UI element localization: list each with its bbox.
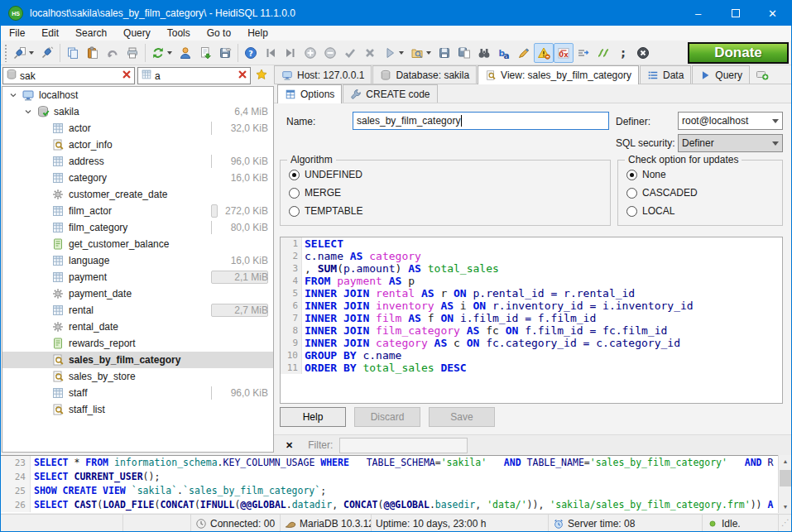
radio-local[interactable]: LOCAL xyxy=(626,205,674,217)
radio-icon[interactable] xyxy=(289,188,300,199)
tree-item-actor_info[interactable]: actor_info xyxy=(2,137,273,153)
view-body-editor[interactable]: 1SELECT2c.name AS category3, SUM(p.amoun… xyxy=(280,237,783,404)
maximize-button[interactable] xyxy=(717,1,754,26)
dropdown-arrow-icon[interactable] xyxy=(167,51,172,55)
find-text-button[interactable] xyxy=(474,43,494,63)
filter-input[interactable] xyxy=(339,438,468,453)
radio-temptable[interactable]: TEMPTABLE xyxy=(289,205,362,217)
tree-item-localhost[interactable]: localhost xyxy=(2,87,273,103)
reconnect-button[interactable] xyxy=(593,43,613,63)
load-sql-file-button[interactable] xyxy=(407,43,434,63)
subtab-options[interactable]: Options xyxy=(277,84,342,103)
help-button[interactable]: Help xyxy=(280,407,346,427)
log-scrollbar[interactable]: ▲ ▼ xyxy=(778,455,791,513)
resize-grip[interactable]: ⋰ xyxy=(781,518,790,527)
name-input[interactable]: sales_by_film_category xyxy=(353,112,609,130)
user-manager-button[interactable] xyxy=(175,43,195,63)
tab-view[interactable]: View: sales_by_film_category xyxy=(478,65,639,84)
close-filter-icon[interactable]: ✕ xyxy=(286,440,293,451)
tree-item-staff_list[interactable]: staff_list xyxy=(2,401,273,418)
toolbar-grip[interactable] xyxy=(4,44,8,62)
tree-item-customer_create_date[interactable]: customer_create_date xyxy=(2,186,273,203)
radio-icon[interactable] xyxy=(626,170,637,180)
clear-filter-icon[interactable] xyxy=(237,69,248,83)
cancel-editing-button[interactable] xyxy=(360,43,380,63)
menu-edit[interactable]: Edit xyxy=(33,26,67,41)
tree-item-payment[interactable]: payment2,1 MiB xyxy=(2,269,273,285)
cancel-query-button[interactable] xyxy=(633,43,653,63)
table-filter[interactable]: a xyxy=(137,67,251,84)
last-row-button[interactable] xyxy=(281,43,300,63)
tree-item-category[interactable]: category16,0 KiB xyxy=(2,170,273,186)
tab-data[interactable]: Data xyxy=(640,65,691,84)
paste-button[interactable] xyxy=(83,43,103,63)
tree-item-sales_by_film_category[interactable]: sales_by_film_category xyxy=(2,352,273,368)
reformat-sql-button[interactable] xyxy=(514,43,534,63)
radio-cascaded[interactable]: CASCADED xyxy=(626,187,698,199)
radio-icon[interactable] xyxy=(289,170,300,180)
tab-database[interactable]: Database: sakila xyxy=(372,65,477,84)
first-row-button[interactable] xyxy=(261,43,281,63)
tree-item-get_customer_balance[interactable]: get_customer_balance xyxy=(2,236,273,252)
sql-log[interactable]: 23SELECT * FROM information_schema.KEY_C… xyxy=(1,455,791,513)
radio-icon[interactable] xyxy=(626,188,637,199)
radio-none[interactable]: None xyxy=(626,169,666,180)
run-query-button[interactable] xyxy=(380,43,407,63)
replace-text-button[interactable]: ba xyxy=(494,43,514,63)
radio-icon[interactable] xyxy=(289,206,300,217)
dropdown-arrow-icon[interactable] xyxy=(29,51,34,55)
subtab-create-code[interactable]: CREATE code xyxy=(343,84,437,103)
menu-file[interactable]: File xyxy=(1,26,33,41)
tree-item-film_actor[interactable]: film_actor272,0 KiB xyxy=(2,203,273,219)
help-button[interactable]: ? xyxy=(241,43,261,63)
new-query-tab[interactable] xyxy=(751,65,774,84)
menu-go-to[interactable]: Go to xyxy=(199,26,239,41)
scroll-up-icon[interactable]: ▲ xyxy=(779,455,792,467)
tree-item-actor[interactable]: actor32,0 KiB xyxy=(2,120,273,137)
tree-item-language[interactable]: language16,0 KiB xyxy=(2,252,273,269)
tree-item-rewards_report[interactable]: rewards_report xyxy=(2,335,273,352)
delimiter-button[interactable]: ; xyxy=(613,43,633,63)
scroll-down-icon[interactable]: ▼ xyxy=(779,501,792,513)
dropdown-arrow-icon[interactable] xyxy=(426,51,431,55)
delete-row-button[interactable] xyxy=(320,43,340,63)
dropdown-arrow-icon[interactable] xyxy=(399,51,404,55)
clear-filter-icon[interactable] xyxy=(121,69,132,83)
query-parameters-button[interactable] xyxy=(574,43,593,63)
favorites-button[interactable] xyxy=(251,67,272,84)
session-manager-button[interactable] xyxy=(10,43,37,63)
refresh-button[interactable] xyxy=(148,43,175,63)
post-changes-button[interactable] xyxy=(340,43,360,63)
donate-button[interactable]: Donate xyxy=(688,42,789,64)
radio-undefined[interactable]: UNDEFINED xyxy=(289,169,362,180)
menu-query[interactable]: Query xyxy=(115,26,159,41)
sql-security-select[interactable]: Definer xyxy=(678,134,783,152)
tab-query[interactable]: Query xyxy=(692,65,750,84)
close-button[interactable]: ✕ xyxy=(754,1,791,26)
tree-item-sakila[interactable]: sakila6,4 MiB xyxy=(2,103,273,120)
copy-button[interactable] xyxy=(63,43,83,63)
radio-merge[interactable]: MERGE xyxy=(289,187,341,199)
tree-item-payment_date[interactable]: payment_date xyxy=(2,285,273,302)
tree-item-rental[interactable]: rental2,7 MiB xyxy=(2,302,273,319)
undo-button[interactable] xyxy=(103,43,122,63)
menu-tools[interactable]: Tools xyxy=(159,26,199,41)
radio-icon[interactable] xyxy=(626,206,637,217)
minimize-button[interactable]: – xyxy=(679,1,717,26)
hex-view-button[interactable]: 0x xyxy=(554,43,574,63)
save-sql-as-button[interactable] xyxy=(454,43,474,63)
print-button[interactable] xyxy=(122,43,142,63)
disconnect-button[interactable] xyxy=(37,43,57,63)
tree-item-sales_by_store[interactable]: sales_by_store xyxy=(2,368,273,385)
database-filter[interactable]: sak xyxy=(2,67,135,84)
tree-item-address[interactable]: address96,0 KiB xyxy=(2,153,273,170)
definer-select[interactable]: root@localhost xyxy=(678,112,783,130)
stop-on-errors-button[interactable] xyxy=(534,43,554,63)
menu-help[interactable]: Help xyxy=(239,26,276,41)
tab-host[interactable]: Host: 127.0.0.1 xyxy=(274,65,372,84)
export-database-button[interactable] xyxy=(195,43,215,63)
save-sql-button[interactable] xyxy=(434,43,454,63)
tree-item-rental_date[interactable]: rental_date xyxy=(2,319,273,335)
insert-row-button[interactable] xyxy=(300,43,320,63)
save-blob-button[interactable] xyxy=(215,43,235,63)
